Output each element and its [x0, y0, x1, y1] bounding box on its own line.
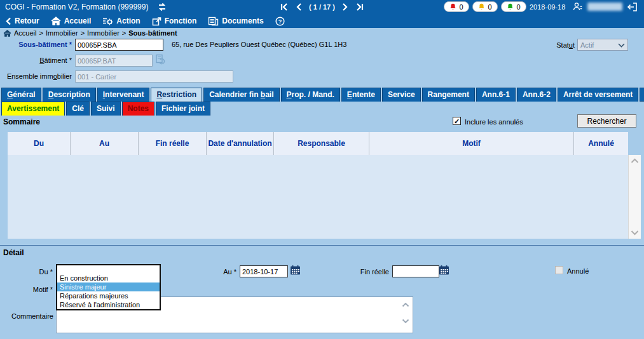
- tab-calendrier-fin-bail[interactable]: Calendrier fin bail: [203, 88, 279, 102]
- column-header[interactable]: Responsable: [273, 132, 369, 155]
- tab-row-1: GénéralDescriptionIntervenantRestriction…: [1, 88, 638, 102]
- back-button[interactable]: Retour: [5, 17, 39, 25]
- breadcrumb-item[interactable]: Immobilier: [46, 29, 78, 37]
- column-header[interactable]: Fin réelle: [138, 132, 206, 155]
- include-cancelled-checkbox[interactable]: ✓: [453, 117, 461, 125]
- scroll-down-icon[interactable]: [631, 230, 639, 236]
- chevron-left-icon: [5, 17, 11, 25]
- alert-count: 0: [488, 3, 491, 11]
- breadcrumb: Accueil>Immobilier>Immobilier>Sous-bâtim…: [3, 29, 177, 37]
- tab-prop-mand[interactable]: Prop. / Mand.: [281, 88, 340, 102]
- au-label: Au *: [213, 267, 236, 277]
- annule-label: Annulé: [567, 267, 589, 275]
- user-name-redacted: [587, 3, 622, 11]
- column-header[interactable]: Date d'annulation: [206, 132, 273, 155]
- column-header[interactable]: Au: [70, 132, 138, 155]
- column-header[interactable]: Annulé: [573, 132, 628, 155]
- record-counter: ( 1 / 17 ): [309, 3, 335, 11]
- tab-service[interactable]: Service: [382, 88, 421, 102]
- tab-clé[interactable]: Clé: [66, 102, 90, 116]
- batiment-lookup-icon: [154, 54, 166, 65]
- action-button[interactable]: Action: [102, 17, 140, 26]
- function-button[interactable]: Fonction: [152, 17, 197, 26]
- bell-icon: [449, 3, 456, 10]
- breadcrumb-item[interactable]: Immobilier: [87, 29, 120, 37]
- documents-icon: [208, 17, 219, 26]
- dropdown-option[interactable]: [57, 265, 160, 274]
- tab-description[interactable]: Description: [43, 88, 96, 102]
- alert-badge-yellow[interactable]: 0: [472, 1, 498, 12]
- app-title: COGI - Formation V2, Formation (999999): [5, 3, 148, 11]
- motif-label: Motif *: [19, 284, 53, 295]
- alert-badge-red[interactable]: 0: [444, 1, 469, 12]
- sous-batiment-input[interactable]: [75, 39, 163, 51]
- tab-arrêt-de-versement[interactable]: Arrêt de versement: [558, 88, 638, 102]
- tab-ann-6-1[interactable]: Ann.6-1: [476, 88, 516, 102]
- breadcrumb-items: Accueil>Immobilier>Immobilier>Sous-bâtim…: [14, 29, 177, 37]
- batiment-input: [75, 55, 153, 67]
- next-record-button[interactable]: [342, 3, 348, 11]
- last-record-button[interactable]: [355, 3, 364, 11]
- alert-count: 0: [459, 3, 463, 11]
- tab-général[interactable]: Général: [1, 88, 41, 102]
- breadcrumb-separator: >: [39, 29, 43, 37]
- fin-reelle-calendar-icon[interactable]: [439, 265, 449, 276]
- help-icon: ?: [275, 17, 285, 26]
- dropdown-option[interactable]: Réparations majeures: [57, 291, 160, 300]
- alert-count: 0: [516, 3, 520, 11]
- dropdown-option[interactable]: En construction: [57, 274, 160, 282]
- vertical-scrollbar[interactable]: [628, 155, 641, 239]
- title-bar: COGI - Formation V2, Formation (999999) …: [0, 0, 644, 14]
- tab-overflow-sliver: [640, 88, 644, 102]
- tab-rangement[interactable]: Rangement: [422, 88, 475, 102]
- sommaire-title: Sommaire: [3, 117, 40, 126]
- fin-reelle-input[interactable]: [392, 265, 439, 277]
- scroll-up-icon[interactable]: [631, 158, 639, 164]
- column-header[interactable]: Du: [8, 132, 70, 155]
- current-date: 2018-09-18: [530, 3, 565, 11]
- ensemble-immobilier-label: Ensemble immobilier: [0, 71, 72, 82]
- address-text: 65, rue Des Peupliers Ouest Québec (Québ…: [172, 41, 346, 48]
- tab-entente[interactable]: Entente: [341, 88, 381, 102]
- home-button[interactable]: Accueil: [51, 17, 92, 25]
- search-button[interactable]: Rechercher: [577, 114, 636, 128]
- user-icon[interactable]: [572, 1, 584, 13]
- alert-badge-green[interactable]: 0: [501, 1, 526, 12]
- commentaire-label: Commentaire: [0, 311, 53, 322]
- help-button[interactable]: ?: [275, 17, 285, 26]
- column-header[interactable]: Motif: [369, 132, 573, 155]
- dropdown-option[interactable]: Réservé à l'administration: [57, 300, 160, 309]
- svg-text:?: ?: [278, 18, 282, 25]
- record-pager: ( 1 / 17 ): [280, 0, 364, 14]
- previous-record-button[interactable]: [296, 3, 302, 11]
- dropdown-option[interactable]: Sinistre majeur: [57, 282, 160, 291]
- tab-intervenant[interactable]: Intervenant: [97, 88, 150, 102]
- tab-avertissement[interactable]: Avertissement: [1, 102, 65, 116]
- fin-reelle-label: Fin réelle: [346, 267, 389, 277]
- bell-icon: [478, 3, 485, 10]
- first-record-button[interactable]: [280, 3, 289, 11]
- logout-icon[interactable]: [627, 1, 638, 13]
- au-calendar-icon[interactable]: [290, 265, 301, 276]
- statut-label: Statut: [533, 40, 575, 51]
- bell-icon: [507, 3, 514, 10]
- scroll-down-icon[interactable]: [402, 319, 409, 324]
- motif-dropdown-list: En constructionSinistre majeurRéparation…: [56, 264, 161, 310]
- sommaire-table-header: DuAuFin réelleDate d'annulationResponsab…: [8, 132, 628, 155]
- detail-title: Détail: [3, 248, 24, 257]
- tab-ann-6-2[interactable]: Ann.6-2: [517, 88, 556, 102]
- chevron-down-icon: [618, 43, 625, 48]
- breadcrumb-item[interactable]: Accueil: [14, 29, 36, 37]
- tab-fichier-joint[interactable]: Fichier joint: [156, 102, 210, 116]
- refresh-icon[interactable]: [157, 2, 167, 12]
- tab-suivi[interactable]: Suivi: [91, 102, 121, 116]
- sous-batiment-label: Sous-bâtiment *: [0, 39, 72, 50]
- breadcrumb-item[interactable]: Sous-bâtiment: [128, 29, 177, 37]
- tab-notes[interactable]: Notes: [122, 102, 154, 116]
- annule-checkbox: [555, 266, 563, 274]
- documents-button[interactable]: Documents: [208, 17, 263, 26]
- scroll-up-icon[interactable]: [402, 302, 409, 307]
- au-date-input[interactable]: [240, 265, 288, 277]
- tab-restriction[interactable]: Restriction: [151, 88, 202, 102]
- section-divider: [0, 245, 644, 246]
